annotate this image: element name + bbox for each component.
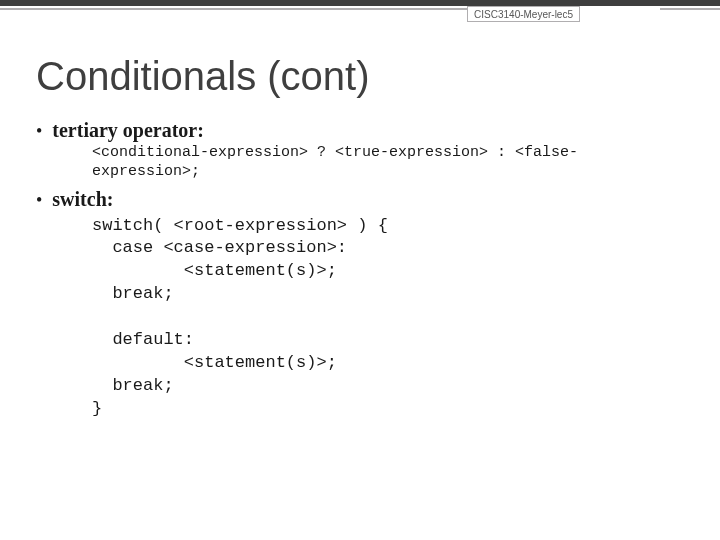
- slide: CISC3140-Meyer-lec5 Conditionals (cont) …: [0, 0, 720, 540]
- bullet-row: • switch:: [36, 188, 680, 211]
- header-subbar-wrap: CISC3140-Meyer-lec5: [0, 8, 720, 22]
- bullet-row: • tertiary operator:: [36, 119, 680, 142]
- bullet-code: <conditional-expression> ? <true-express…: [92, 144, 680, 182]
- bullet-label: switch:: [52, 188, 113, 211]
- header-badge: CISC3140-Meyer-lec5: [467, 6, 580, 22]
- header-bar-dark: [0, 0, 720, 6]
- slide-title: Conditionals (cont): [36, 54, 720, 99]
- header-bar-light-right: [660, 8, 720, 10]
- bullet-label: tertiary operator:: [52, 119, 204, 142]
- bullet-dot-icon: •: [36, 191, 42, 209]
- bullet-dot-icon: •: [36, 122, 42, 140]
- bullet-code: switch( <root-expression> ) { case <case…: [92, 215, 680, 421]
- header-bar-light: [0, 8, 467, 10]
- slide-content: • tertiary operator: <conditional-expres…: [36, 119, 680, 421]
